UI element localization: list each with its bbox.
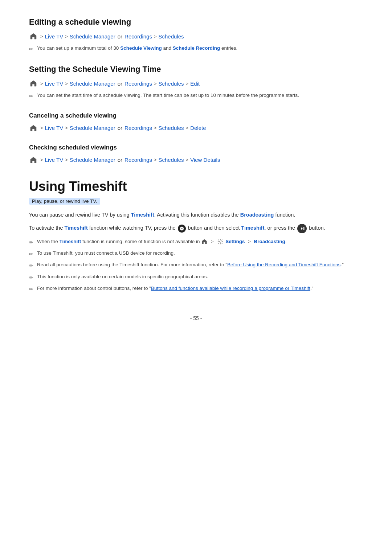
setting-schedule-nav: > Live TV > Schedule Manager or Recordin… (29, 79, 363, 88)
nav-recordings-2[interactable]: Recordings (124, 81, 152, 87)
bullet-item-1: ✏ When the Timeshift function is running… (29, 238, 363, 246)
page-number: - 55 - (29, 315, 363, 321)
play-pause-button-icon (297, 224, 307, 233)
home-icon-inline (201, 238, 208, 245)
nav-live-tv-4[interactable]: Live TV (45, 157, 64, 163)
home-icon-2 (29, 79, 38, 88)
setting-schedule-heading: Setting the Schedule Viewing Time (29, 65, 363, 74)
canceling-schedule-section: Canceling a schedule viewing > Live TV >… (29, 112, 363, 132)
svg-marker-2 (301, 227, 303, 230)
nav-schedules-3[interactable]: Schedules (159, 125, 184, 131)
nav-view-details[interactable]: View Details (190, 157, 220, 163)
bullet-item-5: ✏ For more information about control but… (29, 284, 363, 293)
svg-point-1 (181, 228, 183, 229)
nav-live-tv-2[interactable]: Live TV (45, 81, 64, 87)
bullet-item-4: ✏ This function is only available on cer… (29, 273, 363, 282)
timeshift-body2: To activate the Timeshift function while… (29, 223, 363, 233)
home-icon (29, 32, 38, 41)
nav-edit[interactable]: Edit (190, 81, 200, 87)
nav-schedule-manager-2[interactable]: Schedule Manager (70, 81, 115, 87)
nav-recordings-1[interactable]: Recordings (124, 33, 152, 40)
pencil-icon-t5: ✏ (29, 285, 33, 293)
nav-delete[interactable]: Delete (190, 125, 206, 131)
svg-rect-3 (303, 227, 303, 230)
timeshift-body1: You can pause and rewind live TV by usin… (29, 210, 363, 219)
pencil-icon-t3: ✏ (29, 262, 33, 270)
nav-schedule-manager-3[interactable]: Schedule Manager (70, 125, 115, 131)
home-icon-3 (29, 124, 38, 132)
canceling-schedule-nav: > Live TV > Schedule Manager or Recordin… (29, 124, 363, 132)
settings-icon-inline (217, 238, 224, 245)
buttons-functions-link[interactable]: Buttons and functions available while re… (151, 286, 310, 291)
checking-schedule-heading: Checking scheduled viewings (29, 144, 363, 151)
pencil-icon-1: ✏ (29, 45, 33, 53)
timeshift-subtitle: Play, pause, or rewind live TV. (29, 198, 100, 205)
canceling-schedule-heading: Canceling a schedule viewing (29, 112, 363, 119)
before-using-link[interactable]: Before Using the Recording and Timeshift… (227, 262, 340, 267)
using-timeshift-section: Using Timeshift Play, pause, or rewind l… (29, 179, 363, 294)
svg-point-5 (220, 241, 221, 242)
nav-schedules-2[interactable]: Schedules (159, 81, 184, 87)
nav-recordings-4[interactable]: Recordings (124, 157, 152, 163)
svg-rect-4 (304, 227, 305, 230)
editing-schedule-note: ✏ You can set up a maximum total of 30 S… (29, 44, 363, 53)
pencil-icon-t1: ✏ (29, 238, 33, 246)
nav-live-tv-3[interactable]: Live TV (45, 125, 64, 131)
nav-schedules-4[interactable]: Schedules (159, 157, 184, 163)
nav-schedule-manager-1[interactable]: Schedule Manager (70, 33, 115, 40)
home-icon-4 (29, 156, 38, 164)
nav-schedules-1[interactable]: Schedules (159, 33, 184, 40)
checking-schedule-nav: > Live TV > Schedule Manager or Recordin… (29, 156, 363, 164)
pencil-icon-t2: ✏ (29, 250, 33, 258)
checking-schedule-section: Checking scheduled viewings > Live TV > … (29, 144, 363, 164)
pencil-icon-2: ✏ (29, 92, 33, 100)
editing-schedule-section: Editing a schedule viewing > Live TV > S… (29, 17, 363, 53)
nav-live-tv-1[interactable]: Live TV (45, 33, 64, 40)
setting-schedule-section: Setting the Schedule Viewing Time > Live… (29, 65, 363, 100)
pencil-icon-t4: ✏ (29, 274, 33, 282)
editing-schedule-nav: > Live TV > Schedule Manager or Recordin… (29, 32, 363, 41)
timeshift-bullet-list: ✏ When the Timeshift function is running… (29, 238, 363, 294)
editing-schedule-heading: Editing a schedule viewing (29, 17, 363, 27)
select-button-icon (178, 225, 186, 233)
bullet-item-2: ✏ To use Timeshift, you must connect a U… (29, 249, 363, 258)
setting-schedule-note: ✏ You can set the start time of a schedu… (29, 91, 363, 100)
nav-recordings-3[interactable]: Recordings (124, 125, 152, 131)
nav-schedule-manager-4[interactable]: Schedule Manager (70, 157, 115, 163)
timeshift-heading: Using Timeshift (29, 179, 363, 194)
bullet-item-3: ✏ Read all precautions before using the … (29, 261, 363, 270)
